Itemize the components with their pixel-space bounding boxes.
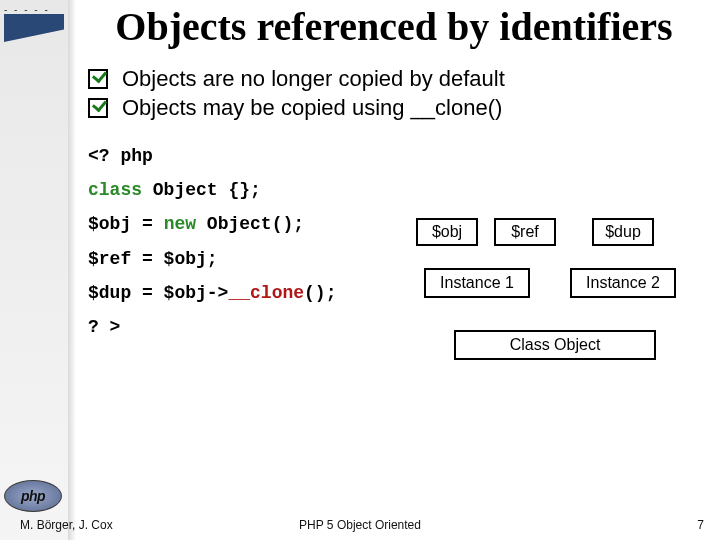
diagram-box-instance1: Instance 1 xyxy=(424,268,530,298)
diagram-row: $obj $ref $dup xyxy=(416,218,690,246)
diagram-box-dup: $dup xyxy=(592,218,654,246)
boat-icon: - - - - - xyxy=(0,0,68,48)
bullet-text: Objects may be copied using __clone() xyxy=(122,95,502,121)
php-logo: php xyxy=(4,480,62,516)
footer-author: M. Börger, J. Cox xyxy=(16,518,113,532)
diagram-box-instance2: Instance 2 xyxy=(570,268,676,298)
diagram: $obj $ref $dup Instance 1 Instance 2 Cla… xyxy=(410,218,690,360)
slide: - - - - - php Objects referenced by iden… xyxy=(0,0,720,540)
code-line: <? php xyxy=(88,139,710,173)
slide-title: Objects referenced by identifiers xyxy=(78,6,710,48)
checkbox-icon xyxy=(88,69,108,89)
footer: M. Börger, J. Cox PHP 5 Object Oriented … xyxy=(0,518,720,532)
diagram-row: Class Object xyxy=(426,330,690,360)
diagram-row: Instance 1 Instance 2 xyxy=(410,268,690,298)
footer-title: PHP 5 Object Oriented xyxy=(299,518,421,532)
bullet-item: Objects are no longer copied by default xyxy=(88,66,710,92)
php-logo-text: php xyxy=(21,488,45,504)
footer-page: 7 xyxy=(697,518,704,532)
diagram-box-ref: $ref xyxy=(494,218,556,246)
diagram-box-obj: $obj xyxy=(416,218,478,246)
sidebar: - - - - - xyxy=(0,0,68,540)
checkbox-icon xyxy=(88,98,108,118)
bullet-list: Objects are no longer copied by default … xyxy=(88,66,710,121)
bullet-text: Objects are no longer copied by default xyxy=(122,66,505,92)
bullet-item: Objects may be copied using __clone() xyxy=(88,95,710,121)
diagram-box-class: Class Object xyxy=(454,330,656,360)
code-line: class Object {}; xyxy=(88,173,710,207)
